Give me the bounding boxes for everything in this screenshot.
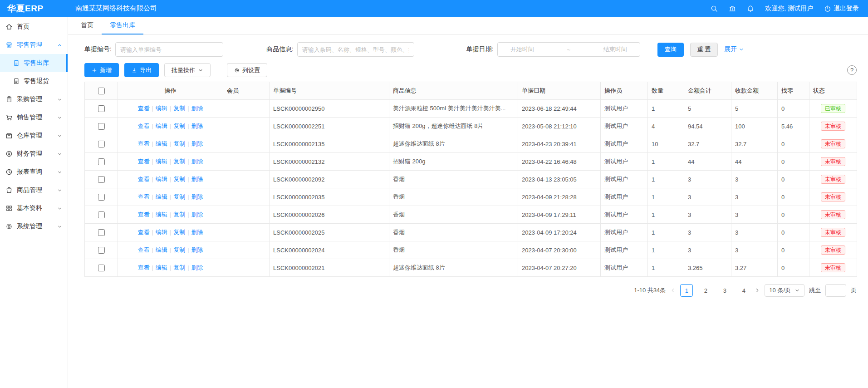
sidebar-item-home[interactable]: 首页 — [0, 18, 68, 36]
view-link[interactable]: 查看 — [137, 140, 149, 147]
bell-icon[interactable] — [747, 5, 754, 12]
sidebar-item-retail[interactable]: 零售管理 — [0, 36, 68, 54]
edit-link[interactable]: 编辑 — [156, 246, 167, 253]
row-checkbox[interactable] — [98, 265, 105, 271]
row-checkbox[interactable] — [98, 141, 105, 147]
delete-link[interactable]: 删除 — [191, 193, 203, 200]
col-header-member: 会员 — [223, 82, 270, 100]
sidebar-item-retail-return[interactable]: 零售退货 — [0, 72, 68, 90]
sidebar-item-system[interactable]: 系统管理 — [0, 217, 68, 236]
row-checkbox[interactable] — [98, 211, 105, 218]
edit-link[interactable]: 编辑 — [156, 105, 167, 112]
col-header-bill-no: 单据编号 — [270, 82, 389, 100]
export-button[interactable]: 导出 — [124, 63, 159, 77]
edit-link[interactable]: 编辑 — [156, 123, 167, 129]
edit-link[interactable]: 编辑 — [156, 229, 167, 236]
change-cell: 5.46 — [778, 118, 809, 135]
view-link[interactable]: 查看 — [137, 211, 149, 218]
sidebar-item-goods[interactable]: 商品管理 — [0, 181, 68, 199]
tab-home[interactable]: 首页 — [73, 17, 102, 34]
prev-page-button[interactable] — [670, 288, 676, 293]
delete-link[interactable]: 删除 — [191, 229, 203, 236]
row-checkbox[interactable] — [98, 194, 105, 201]
copy-link[interactable]: 复制 — [173, 176, 185, 182]
add-button[interactable]: 新增 — [84, 63, 119, 77]
delete-link[interactable]: 删除 — [191, 140, 203, 147]
delete-link[interactable]: 删除 — [191, 123, 203, 129]
member-cell — [223, 259, 270, 277]
edit-link[interactable]: 编辑 — [156, 176, 167, 182]
edit-link[interactable]: 编辑 — [156, 264, 167, 271]
row-checkbox[interactable] — [98, 229, 105, 236]
page-size-select[interactable]: 10 条/页 — [765, 284, 804, 297]
edit-link[interactable]: 编辑 — [156, 140, 167, 147]
download-icon — [132, 68, 137, 73]
view-link[interactable]: 查看 — [137, 158, 149, 165]
delete-link[interactable]: 删除 — [191, 158, 203, 165]
copy-link[interactable]: 复制 — [173, 211, 185, 218]
next-page-button[interactable] — [755, 288, 760, 293]
bill-no-input[interactable] — [115, 42, 223, 57]
change-cell: 0 — [778, 171, 809, 188]
row-checkbox[interactable] — [98, 176, 105, 183]
copy-link[interactable]: 复制 — [173, 105, 185, 112]
edit-link[interactable]: 编辑 — [156, 193, 167, 200]
bank-icon[interactable] — [729, 5, 736, 12]
change-cell: 0 — [778, 224, 809, 241]
view-link[interactable]: 查看 — [137, 105, 149, 112]
row-checkbox[interactable] — [98, 247, 105, 254]
sidebar-item-basic-data[interactable]: 基本资料 — [0, 199, 68, 217]
jump-page-input[interactable] — [825, 284, 846, 297]
delete-link[interactable]: 删除 — [191, 246, 203, 253]
copy-link[interactable]: 复制 — [173, 264, 185, 271]
box-icon — [5, 132, 13, 139]
view-link[interactable]: 查看 — [137, 123, 149, 129]
sidebar-item-sales[interactable]: 销售管理 — [0, 108, 68, 127]
gear-icon — [234, 68, 240, 73]
logout-button[interactable]: 退出登录 — [824, 5, 859, 13]
date-range-picker[interactable]: 开始时间 ~ 结束时间 — [497, 42, 640, 57]
sidebar-item-retail-out[interactable]: 零售出库 — [0, 54, 68, 72]
view-link[interactable]: 查看 — [137, 193, 149, 200]
copy-link[interactable]: 复制 — [173, 229, 185, 236]
delete-link[interactable]: 删除 — [191, 264, 203, 271]
sidebar-item-reports[interactable]: 报表查询 — [0, 163, 68, 181]
delete-link[interactable]: 删除 — [191, 105, 203, 112]
copy-link[interactable]: 复制 — [173, 246, 185, 253]
edit-link[interactable]: 编辑 — [156, 211, 167, 218]
view-link[interactable]: 查看 — [137, 246, 149, 253]
page-button-4[interactable]: 4 — [737, 284, 750, 297]
copy-link[interactable]: 复制 — [173, 158, 185, 165]
search-button[interactable]: 查询 — [657, 43, 684, 57]
company-name: 南通某某网络科技有限公司 — [75, 4, 157, 13]
delete-link[interactable]: 删除 — [191, 176, 203, 182]
search-icon[interactable] — [711, 5, 718, 12]
row-checkbox[interactable] — [98, 123, 105, 130]
batch-actions-button[interactable]: 批量操作 — [164, 63, 211, 77]
tab-retail-out[interactable]: 零售出库 — [102, 17, 143, 34]
sidebar-item-purchase[interactable]: 采购管理 — [0, 90, 68, 108]
row-checkbox[interactable] — [98, 158, 105, 165]
view-link[interactable]: 查看 — [137, 229, 149, 236]
page-button-2[interactable]: 2 — [699, 284, 712, 297]
delete-link[interactable]: 删除 — [191, 211, 203, 218]
goods-info-input[interactable] — [297, 42, 414, 57]
copy-link[interactable]: 复制 — [173, 123, 185, 129]
change-cell: 0 — [778, 241, 809, 259]
copy-link[interactable]: 复制 — [173, 193, 185, 200]
column-settings-button[interactable]: 列设置 — [227, 63, 267, 77]
sidebar-item-warehouse[interactable]: 仓库管理 — [0, 127, 68, 145]
sidebar-item-finance[interactable]: 财务管理 — [0, 145, 68, 163]
view-link[interactable]: 查看 — [137, 264, 149, 271]
help-icon[interactable]: ? — [847, 65, 857, 75]
reset-button[interactable]: 重 置 — [690, 43, 718, 57]
copy-link[interactable]: 复制 — [173, 140, 185, 147]
page-button-1[interactable]: 1 — [680, 284, 693, 297]
page-button-3[interactable]: 3 — [718, 284, 731, 297]
row-checkbox[interactable] — [98, 105, 105, 112]
view-link[interactable]: 查看 — [137, 176, 149, 182]
expand-link[interactable]: 展开 — [724, 45, 744, 54]
select-all-checkbox[interactable] — [98, 88, 105, 94]
edit-link[interactable]: 编辑 — [156, 158, 167, 165]
sidebar: 首页 零售管理 零售出库 零售退货 采购管理 销售管理 仓库管理 — [0, 17, 68, 388]
